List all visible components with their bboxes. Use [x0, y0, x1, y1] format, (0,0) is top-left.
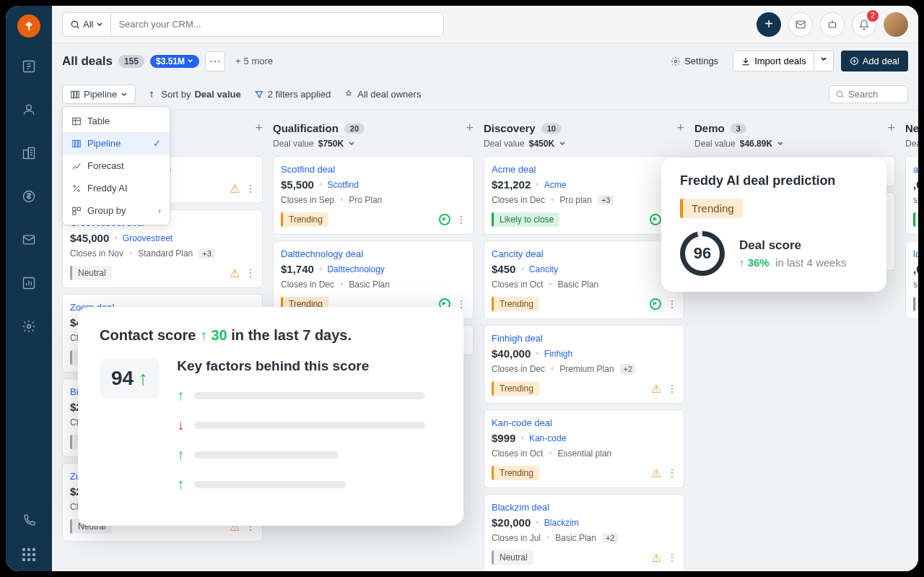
- view-selector[interactable]: Pipeline: [62, 84, 136, 104]
- card-menu[interactable]: ⋮: [667, 467, 676, 479]
- deal-value-pill[interactable]: $3.51M: [150, 55, 199, 68]
- svg-rect-10: [829, 22, 835, 27]
- add-card-button[interactable]: +: [466, 121, 474, 136]
- svg-point-22: [78, 189, 79, 191]
- deal-amount: $1,740: [281, 263, 314, 275]
- deal-title[interactable]: Scotfind deal: [281, 164, 466, 175]
- deal-amount: ,000: [913, 263, 918, 275]
- play-icon[interactable]: [439, 214, 450, 225]
- view-menu-table[interactable]: Table: [63, 110, 170, 132]
- extra-tags: +2: [602, 533, 619, 543]
- svg-rect-2: [24, 150, 29, 159]
- deal-company[interactable]: Acme: [544, 180, 567, 190]
- deal-card[interactable]: Blackzim deal$20,000•BlackzimCloses in J…: [484, 494, 684, 571]
- settings-button[interactable]: Settings: [663, 51, 725, 71]
- column-subheader[interactable]: Deal value$: [905, 139, 918, 149]
- deal-title[interactable]: Finhigh deal: [492, 333, 676, 344]
- deal-title[interactable]: Cancity deal: [492, 248, 676, 259]
- logo[interactable]: [17, 14, 40, 38]
- warn-icon: ⚠: [230, 182, 240, 196]
- filters-button[interactable]: 2 filters applied: [254, 89, 331, 100]
- column-subheader[interactable]: Deal value$450K: [484, 139, 684, 149]
- column-header: Qualification 20 +: [273, 121, 474, 136]
- deal-card[interactable]: Cancity deal$450•CancityCloses in Oct•Ba…: [484, 240, 684, 319]
- add-card-button[interactable]: +: [887, 121, 895, 136]
- view-menu-freddy[interactable]: Freddy AI: [63, 177, 170, 199]
- svg-point-7: [27, 325, 31, 329]
- deal-title[interactable]: Kan-code deal: [492, 417, 676, 428]
- add-card-button[interactable]: +: [255, 121, 263, 136]
- column-subheader[interactable]: Deal value$46.89K: [694, 139, 895, 149]
- status-tag: ly to clo: [913, 212, 918, 227]
- deal-card[interactable]: Kan-code deal$999•Kan-codeCloses in Oct•…: [484, 409, 684, 488]
- inbox-icon[interactable]: [788, 12, 813, 37]
- deal-plan: Basic Plan: [555, 533, 596, 543]
- reports-icon[interactable]: [14, 269, 43, 298]
- search-scope-button[interactable]: All: [63, 13, 111, 36]
- status-tag: Trending: [492, 466, 539, 480]
- deal-company[interactable]: Groovestreet: [123, 233, 173, 243]
- deal-company[interactable]: Finhigh: [544, 349, 572, 359]
- apps-icon[interactable]: [22, 548, 35, 561]
- owners-filter[interactable]: All deal owners: [344, 89, 421, 100]
- dashboard-icon[interactable]: [14, 52, 43, 81]
- play-icon[interactable]: [650, 298, 661, 310]
- quick-add-button[interactable]: +: [757, 12, 781, 37]
- deal-title[interactable]: Dalttechnology deal: [281, 248, 466, 259]
- import-button[interactable]: Import deals: [733, 51, 814, 71]
- add-card-button[interactable]: +: [676, 121, 684, 136]
- card-menu[interactable]: ⋮: [245, 267, 255, 279]
- avatar[interactable]: [884, 12, 908, 37]
- deal-company[interactable]: Scotfind: [327, 180, 358, 190]
- card-menu[interactable]: ⋮: [667, 552, 676, 563]
- deal-company[interactable]: Cancity: [529, 264, 558, 274]
- more-actions-button[interactable]: ⋯: [205, 51, 225, 71]
- accounts-icon[interactable]: [14, 139, 43, 168]
- deal-card[interactable]: lding de,000s in OctGone cold⋮: [905, 240, 918, 319]
- card-menu[interactable]: ⋮: [667, 298, 676, 310]
- board-search-input[interactable]: [848, 89, 899, 100]
- warn-icon: ⚠: [651, 467, 661, 480]
- search-input[interactable]: [111, 19, 443, 30]
- sort-button[interactable]: Sort by Deal value: [149, 89, 241, 100]
- factor-row: ↑: [177, 476, 442, 493]
- contacts-icon[interactable]: [14, 95, 43, 124]
- view-menu-forecast[interactable]: Forecast: [63, 155, 170, 177]
- score-badge: 94↑: [100, 358, 160, 399]
- deal-card[interactable]: Scotfind deal$5,500•ScotfindCloses in Se…: [273, 156, 474, 235]
- svg-rect-14: [74, 91, 77, 97]
- card-menu[interactable]: ⋮: [456, 214, 466, 225]
- deal-company[interactable]: Dalttechnology: [327, 264, 384, 274]
- svg-rect-5: [24, 235, 35, 244]
- freddy-icon[interactable]: [820, 12, 845, 37]
- deals-icon[interactable]: [14, 182, 43, 211]
- column-subheader[interactable]: Deal value$750K: [273, 139, 474, 149]
- svg-rect-25: [73, 212, 76, 214]
- deal-company[interactable]: Blackzim: [544, 518, 579, 528]
- board-search[interactable]: [829, 85, 908, 103]
- deal-card[interactable]: Finhigh deal$40,000•FinhighCloses in Dec…: [484, 325, 684, 404]
- add-deal-button[interactable]: Add deal: [841, 51, 908, 71]
- deal-title[interactable]: Acme deal: [492, 164, 676, 175]
- settings-icon[interactable]: [14, 312, 43, 341]
- deal-card[interactable]: atfix de,000s in Octly to clo⋮: [905, 156, 918, 235]
- deal-title[interactable]: lding de: [913, 248, 918, 259]
- card-menu[interactable]: ⋮: [245, 183, 255, 194]
- deal-closes: Closes in Dec: [492, 195, 545, 205]
- phone-icon[interactable]: [14, 506, 43, 535]
- deal-card[interactable]: Acme deal$21,202•AcmeCloses in Dec•Pro p…: [484, 156, 684, 235]
- view-menu-group[interactable]: Group by›: [63, 199, 170, 222]
- deal-title[interactable]: Blackzim deal: [492, 502, 676, 513]
- contact-score-popup: Contact score ↑ 30 in the last 7 days. 9…: [78, 307, 463, 526]
- more-views-link[interactable]: + 5 more: [235, 56, 273, 66]
- card-menu[interactable]: ⋮: [667, 383, 676, 394]
- view-menu-pipeline[interactable]: Pipeline✓: [63, 132, 170, 155]
- deal-score-label: Deal score: [739, 238, 846, 253]
- deal-title[interactable]: atfix de: [913, 164, 918, 175]
- bell-icon[interactable]: 2: [852, 12, 876, 37]
- import-caret[interactable]: [814, 51, 833, 71]
- column-header: Demo 3 +: [694, 121, 895, 136]
- deal-company[interactable]: Kan-code: [529, 433, 566, 443]
- play-icon[interactable]: [650, 214, 661, 225]
- mail-icon[interactable]: [14, 225, 43, 254]
